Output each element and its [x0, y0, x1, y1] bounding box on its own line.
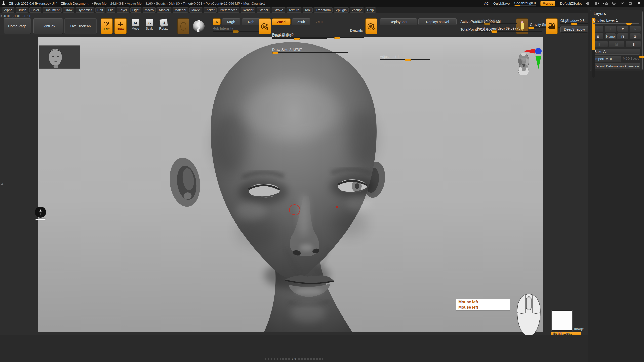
replay-last-rel-button[interactable]: ReplayLastRel: [418, 18, 457, 25]
layers-panel: Layers Untitled Layer 1 ↑ ↓ ↱ ↳ ⊞ Name ◨…: [590, 10, 643, 71]
menu-brush[interactable]: Brush: [16, 7, 28, 13]
menu-marker[interactable]: Marker: [157, 7, 171, 13]
menu-macro[interactable]: Macro: [143, 7, 156, 13]
menu-zscript[interactable]: Zscript: [350, 7, 364, 13]
split-screen-button[interactable]: Split Screen: [552, 331, 571, 335]
angle-of-view-slider[interactable]: Angle Of View: [477, 18, 517, 24]
menu-light[interactable]: Light: [130, 7, 141, 13]
copy-layer-button[interactable]: ◨: [625, 41, 641, 47]
replay-last-button[interactable]: ReplayLast: [380, 18, 417, 25]
layer-branch-button[interactable]: ↳: [630, 26, 641, 32]
dock-left-icon[interactable]: [603, 2, 607, 5]
menu-texture[interactable]: Texture: [287, 7, 301, 13]
slider-handle[interactable]: [233, 30, 239, 33]
focal-shift-slider[interactable]: Focal Shift 42: [272, 32, 364, 39]
scale-mode-button[interactable]: S Scale: [144, 19, 155, 30]
sculpted-head-model: [151, 35, 433, 332]
dock-right-icon[interactable]: [612, 2, 616, 5]
menu-edit[interactable]: Edit: [95, 7, 105, 13]
adjust-last-slider[interactable]: AdjustLast 1: [380, 54, 430, 61]
see-through-slider[interactable]: See-through 0: [514, 1, 536, 6]
tray-collapse-control[interactable]: ▲▼: [264, 357, 324, 361]
rgb-button[interactable]: Rgb: [242, 18, 260, 25]
texture-image-well[interactable]: Image: [551, 310, 573, 331]
menu-stencil[interactable]: Stencil: [257, 7, 270, 13]
zadd-button[interactable]: Zadd: [272, 18, 291, 25]
dynamic-draw-size-icon-button[interactable]: D: [365, 18, 377, 34]
sculpt-canvas[interactable]: [38, 37, 543, 332]
restore-button[interactable]: [629, 2, 633, 5]
menu-help[interactable]: Help: [365, 7, 376, 13]
home-page-button[interactable]: Home Page: [4, 18, 31, 34]
slider-handle[interactable]: [272, 52, 278, 54]
minimize-button[interactable]: [620, 2, 624, 5]
delete-layer-button[interactable]: ⊠: [630, 33, 641, 40]
layer-down-button[interactable]: ↓: [605, 26, 616, 32]
menu-alpha[interactable]: Alpha: [2, 7, 14, 13]
slider-track: [477, 31, 542, 32]
draw-size-slider[interactable]: Draw Size 2.18787: [272, 47, 348, 54]
draw-mode-button[interactable]: Draw: [114, 18, 127, 34]
divider-left-icon[interactable]: [586, 2, 590, 5]
record-deformation-button[interactable]: Record Deformation Animation: [592, 63, 640, 69]
menu-tool[interactable]: Tool: [303, 7, 313, 13]
field-of-view-slider[interactable]: Field of view(deg) 39.59775: [477, 26, 542, 32]
duplicate-layer-button[interactable]: ◨: [617, 33, 629, 40]
slider-handle[interactable]: [491, 30, 497, 33]
ac-button[interactable]: AC: [484, 2, 489, 5]
deep-shadow-button[interactable]: DeepShadow: [560, 26, 588, 33]
menu-transform[interactable]: Transform: [314, 7, 333, 13]
menu-color[interactable]: Color: [29, 7, 41, 13]
split-layer-button[interactable]: ◪: [609, 41, 624, 47]
slider-handle[interactable]: [334, 37, 340, 39]
left-tray-arrow-icon[interactable]: ▶: [1, 14, 3, 17]
layer-name-button[interactable]: Name: [605, 33, 616, 40]
import-mdd-button[interactable]: Import MDD: [592, 56, 621, 62]
bake-all-button[interactable]: Bake All: [592, 49, 640, 55]
zsub-button[interactable]: Zsub: [292, 18, 310, 25]
layer-redo-button[interactable]: ↱: [617, 26, 629, 32]
menu-material[interactable]: Material: [173, 7, 188, 13]
rotate-mode-button[interactable]: R Rotate: [158, 19, 170, 30]
current-layer-slider[interactable]: Untitled Layer 1: [592, 18, 641, 25]
zcut-button[interactable]: Zcut: [312, 18, 327, 25]
slider-handle[interactable]: [405, 59, 411, 61]
see-through-handle[interactable]: [515, 5, 520, 6]
menu-draw[interactable]: Draw: [63, 7, 74, 13]
slider-handle[interactable]: [484, 23, 490, 25]
lightbox-button[interactable]: LightBox: [33, 18, 63, 34]
quicksave-button[interactable]: QuickSave: [493, 2, 510, 5]
slider-handle[interactable]: [571, 23, 577, 25]
menu-preferences[interactable]: Preferences: [218, 7, 239, 13]
menu-stroke[interactable]: Stroke: [272, 7, 285, 13]
mdd-speed-slider[interactable]: MDD Speed: [623, 56, 640, 62]
left-edge-arrow-icon[interactable]: ◀: [1, 183, 3, 186]
menu-file[interactable]: File: [106, 7, 115, 13]
layers-scrollbar[interactable]: [592, 18, 595, 78]
overlay-pen-button[interactable]: [35, 207, 46, 218]
camera-icon-button[interactable]: [546, 18, 558, 34]
default-zscript-button[interactable]: DefaultZScript: [560, 2, 582, 5]
menu-render[interactable]: Render: [241, 7, 256, 13]
edit-mode-button[interactable]: Edit: [101, 18, 113, 34]
current-alpha-swatch[interactable]: [177, 18, 189, 34]
divider-right-icon[interactable]: [595, 2, 599, 5]
live-boolean-button[interactable]: Live Boolean: [64, 18, 97, 34]
dynamic-label[interactable]: Dynamic: [350, 29, 363, 32]
layers-title[interactable]: Layers: [592, 11, 641, 16]
mrgb-button[interactable]: Mrgb: [222, 18, 240, 25]
paint-a-button[interactable]: A: [213, 18, 221, 25]
red-marker-dot: [336, 206, 338, 208]
menu-picker[interactable]: Picker: [204, 7, 217, 13]
current-material-sphere[interactable]: [192, 18, 205, 34]
menu-movie[interactable]: Movie: [189, 7, 202, 13]
menus-button[interactable]: Menus: [540, 1, 556, 6]
menu-zplugin[interactable]: Zplugin: [334, 7, 349, 13]
close-button[interactable]: [637, 2, 641, 5]
move-mode-button[interactable]: M Move: [130, 19, 141, 30]
menu-layer[interactable]: Layer: [117, 7, 129, 13]
menu-dynamics[interactable]: Dynamics: [76, 7, 94, 13]
menu-document[interactable]: Document: [43, 7, 61, 13]
focal-shift-icon-button[interactable]: S: [259, 18, 271, 34]
title-bar: ZBrush 2022.0.6 [Hyunseok Jin] ZBrush Do…: [0, 0, 644, 7]
